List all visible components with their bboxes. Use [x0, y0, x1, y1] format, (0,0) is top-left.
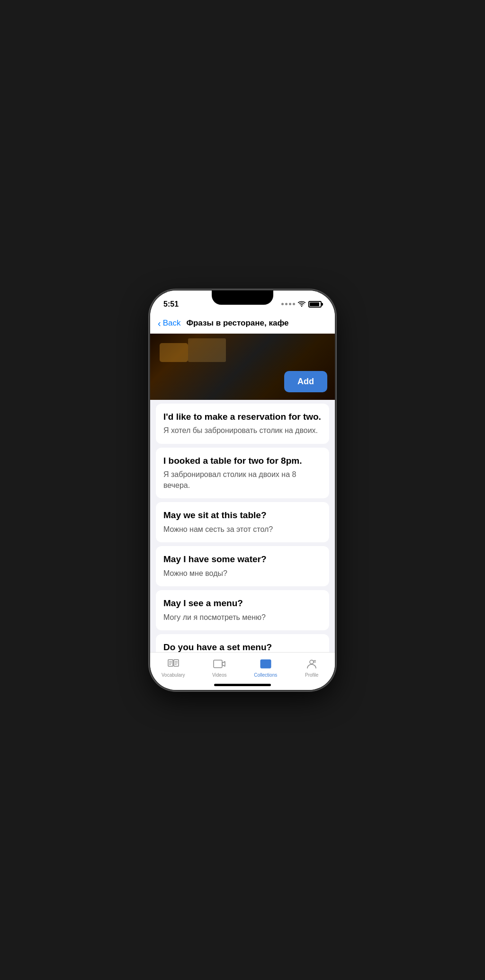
back-label: Back: [163, 318, 181, 328]
tab-collections-label: Collections: [254, 672, 277, 678]
home-indicator: [150, 680, 335, 690]
phrase-english-0: I'd like to make a reservation for two.: [163, 411, 322, 423]
back-chevron-icon: ‹: [158, 318, 161, 329]
battery-icon: [308, 301, 322, 308]
vocabulary-icon: [167, 657, 180, 671]
phrase-russian-4: Могу ли я посмотреть меню?: [163, 612, 322, 623]
phrase-english-3: May I have some water?: [163, 554, 322, 565]
status-icons: [281, 301, 322, 308]
signal-dot-2: [285, 303, 287, 305]
phrase-russian-3: Можно мне воды?: [163, 568, 322, 579]
tab-profile-label: Profile: [305, 672, 318, 678]
phone-frame: 5:51: [150, 291, 335, 690]
tab-vocabulary-label: Vocabulary: [162, 672, 185, 678]
tab-vocabulary[interactable]: Vocabulary: [150, 657, 197, 678]
phrase-card-0[interactable]: I'd like to make a reservation for two.Я…: [156, 404, 329, 444]
phrases-list: I'd like to make a reservation for two.Я…: [150, 400, 335, 652]
phrase-card-3[interactable]: May I have some water?Можно мне воды?: [156, 546, 329, 586]
nav-bar: ‹ Back Фразы в ресторане, кафе: [150, 314, 335, 334]
phrase-english-5: Do you have a set menu?: [163, 642, 322, 652]
back-button[interactable]: ‹ Back: [158, 318, 180, 329]
profile-icon: [305, 657, 318, 671]
phrase-card-1[interactable]: I booked a table for two for 8pm.Я забро…: [156, 448, 329, 498]
home-bar: [214, 684, 271, 686]
phone-screen: 5:51: [150, 291, 335, 690]
signal-dots: [281, 303, 295, 305]
phrase-russian-2: Можно нам сесть за этот стол?: [163, 524, 322, 535]
tab-videos[interactable]: Videos: [197, 657, 243, 678]
tab-collections[interactable]: Collections: [242, 657, 289, 678]
phrase-card-2[interactable]: May we sit at this table?Можно нам сесть…: [156, 502, 329, 542]
phrase-card-5[interactable]: Do you have a set menu?У вас есть компле…: [156, 634, 329, 652]
svg-rect-14: [266, 660, 270, 663]
phrase-russian-0: Я хотел бы забронировать столик на двоих…: [163, 425, 322, 436]
status-time: 5:51: [163, 300, 179, 309]
phrase-english-2: May we sit at this table?: [163, 510, 322, 521]
signal-dot-1: [281, 303, 284, 305]
wifi-icon: [298, 301, 305, 308]
add-button[interactable]: Add: [284, 371, 327, 392]
hero-image: Add: [150, 334, 335, 400]
tab-bar: Vocabulary Videos: [150, 652, 335, 680]
svg-rect-8: [214, 660, 222, 668]
phrase-russian-1: Я забронировал столик на двоих на 8 вече…: [163, 469, 322, 491]
videos-icon: [213, 657, 226, 671]
phrase-english-4: May I see a menu?: [163, 598, 322, 609]
notch: [212, 291, 273, 305]
tab-profile[interactable]: Profile: [289, 657, 335, 678]
collections-icon: [259, 657, 272, 671]
tab-videos-label: Videos: [212, 672, 226, 678]
phrase-card-4[interactable]: May I see a menu?Могу ли я посмотреть ме…: [156, 590, 329, 630]
signal-dot-4: [293, 303, 295, 305]
svg-rect-13: [261, 660, 265, 663]
battery-fill: [310, 302, 319, 306]
phrase-english-1: I booked a table for two for 8pm.: [163, 455, 322, 467]
nav-title: Фразы в ресторане, кафе: [186, 318, 288, 328]
svg-point-15: [310, 660, 314, 664]
signal-dot-3: [289, 303, 291, 305]
